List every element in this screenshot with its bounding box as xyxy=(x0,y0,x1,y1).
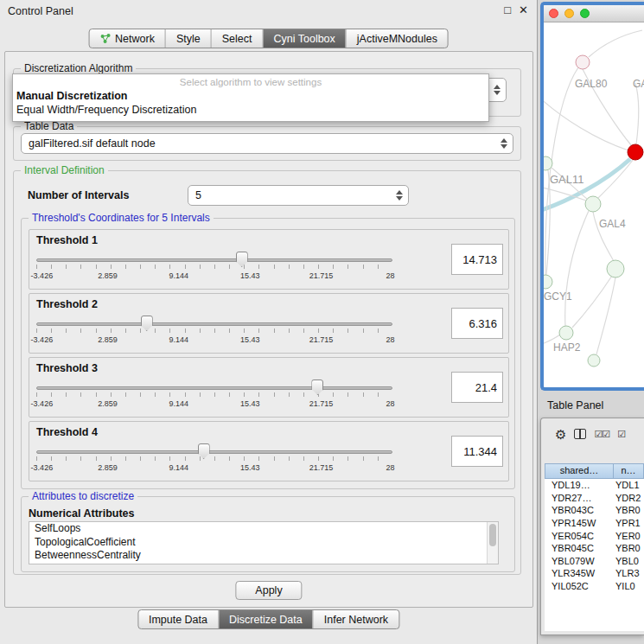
control-panel-window: Control Panel □ ✕ Network Style Select C… xyxy=(0,0,538,644)
apply-button[interactable]: Apply xyxy=(235,581,302,600)
tab-jactivemodules[interactable]: jActiveMNodules xyxy=(347,29,448,48)
cell-shared-name[interactable]: YDR27… xyxy=(545,493,614,503)
list-item-selfloops[interactable]: SelfLoops xyxy=(29,522,498,536)
scale-label: 28 xyxy=(386,463,394,472)
table-row[interactable]: YBR045CYBR0 xyxy=(545,542,644,555)
network-node[interactable] xyxy=(559,326,573,340)
interval-definition-group-title: Interval Definition xyxy=(21,164,108,176)
threshold-3-value-field[interactable] xyxy=(451,372,503,403)
cell-name[interactable]: YBR0 xyxy=(614,543,644,553)
table-row[interactable]: YIL052CYIL0 xyxy=(545,580,644,593)
threshold-2-slider[interactable]: -3.426 2.859 9.144 15.43 21.715 28 xyxy=(36,315,392,349)
tab-network[interactable]: Network xyxy=(89,29,166,48)
close-traffic-light[interactable] xyxy=(549,9,558,18)
dropdown-option-equal-width-frequency[interactable]: Equal Width/Frequency Discretization xyxy=(13,103,488,117)
scale-label: -3.426 xyxy=(31,335,54,344)
combo-stepper-icon[interactable] xyxy=(494,85,501,95)
table-row[interactable]: YDR27…YDR2 xyxy=(545,492,644,505)
cell-shared-name[interactable]: YDL19… xyxy=(545,480,614,490)
cell-shared-name[interactable]: YLR345W xyxy=(545,568,614,578)
float-window-icon[interactable]: □ xyxy=(504,3,511,16)
table-panel-window: ⚙ ☑☑ ☑ shared… n… YDL19…YDL1 YDR27…YDR2 … xyxy=(540,418,644,635)
cell-name[interactable]: YER0 xyxy=(614,531,644,541)
table-row[interactable]: YDL19…YDL1 xyxy=(545,479,644,492)
slider-track[interactable] xyxy=(36,322,392,326)
algorithm-dropdown-popup: Select algorithm to view settings Manual… xyxy=(12,73,489,122)
combo-stepper-icon[interactable] xyxy=(396,190,403,201)
settings-gear-icon[interactable]: ⚙ xyxy=(555,428,566,441)
cell-name[interactable]: YDL1 xyxy=(614,480,644,490)
minimize-traffic-light[interactable] xyxy=(564,9,574,18)
table-panel-toolbar: ⚙ ☑☑ ☑ xyxy=(541,424,644,444)
threshold-1-slider[interactable]: -3.426 2.859 9.144 15.43 21.715 28 xyxy=(36,251,392,285)
tab-impute-data[interactable]: Impute Data xyxy=(138,610,219,628)
cell-shared-name[interactable]: YPR145W xyxy=(545,518,614,528)
list-item-betweennesscentrality[interactable]: BetweennessCentrality xyxy=(29,549,498,563)
cell-shared-name[interactable]: YIL052C xyxy=(545,581,614,591)
select-column-icon[interactable]: ☑ xyxy=(617,429,625,440)
cell-name[interactable]: YIL0 xyxy=(614,581,644,591)
tab-discretize-data[interactable]: Discretize Data xyxy=(219,610,314,628)
slider-track[interactable] xyxy=(36,386,392,390)
tab-select-label: Select xyxy=(222,33,252,45)
tab-style[interactable]: Style xyxy=(166,29,212,48)
cell-shared-name[interactable]: YBR045C xyxy=(545,543,614,553)
tab-select[interactable]: Select xyxy=(212,29,264,48)
tab-network-label: Network xyxy=(115,33,155,45)
table-row[interactable]: YER054CYER0 xyxy=(545,529,644,542)
cell-name[interactable]: YPR1 xyxy=(614,518,644,528)
dropdown-option-manual-discretization[interactable]: Manual Discretization xyxy=(13,89,488,103)
threshold-1-value-field[interactable] xyxy=(451,244,503,275)
threshold-4-slider[interactable]: -3.426 2.859 9.144 15.43 21.715 28 xyxy=(36,443,392,477)
slider-ticks xyxy=(36,328,392,333)
network-canvas[interactable]: GAL80 GA GAL11 GAL4 GCY1 HAP2 xyxy=(544,22,644,386)
network-node[interactable] xyxy=(576,55,590,69)
table-data-value: galFiltered.sif default node xyxy=(22,134,513,153)
control-panel-tabstrip: Network Style Select Cyni Toolbox jActiv… xyxy=(88,29,449,48)
threshold-3-slider[interactable]: -3.426 2.859 9.144 15.43 21.715 28 xyxy=(36,379,392,413)
cell-name[interactable]: YDR2 xyxy=(614,493,644,503)
cell-name[interactable]: YBR0 xyxy=(614,505,644,515)
scale-label: 2.859 xyxy=(98,399,118,408)
network-node[interactable] xyxy=(607,260,624,277)
table-data-combobox[interactable]: galFiltered.sif default node xyxy=(21,133,513,154)
cell-name[interactable]: YLR3 xyxy=(614,568,644,578)
threshold-4-box: Threshold 4 -3.426 2.859 9.144 15.43 21.… xyxy=(29,421,509,481)
cell-shared-name[interactable]: YBL079W xyxy=(545,556,614,566)
column-header-shared-name[interactable]: shared… xyxy=(545,463,614,479)
threshold-2-value-field[interactable] xyxy=(451,308,503,339)
close-icon[interactable]: ✕ xyxy=(519,3,528,16)
list-scrollbar[interactable] xyxy=(487,522,498,564)
network-node-selected[interactable] xyxy=(628,144,643,160)
cell-shared-name[interactable]: YER054C xyxy=(545,531,614,541)
threshold-3-box: Threshold 3 -3.426 2.859 9.144 15.43 21.… xyxy=(29,357,509,418)
network-node[interactable] xyxy=(588,354,600,367)
network-node[interactable] xyxy=(544,275,552,289)
table-row[interactable]: YBR043CYBR0 xyxy=(545,504,644,517)
number-of-intervals-combobox[interactable]: 5 xyxy=(188,185,409,206)
slider-ticks xyxy=(36,392,392,397)
network-window-titlebar[interactable] xyxy=(544,5,644,22)
tab-impute-data-label: Impute Data xyxy=(149,614,207,626)
scale-label: 15.43 xyxy=(240,271,260,280)
columns-icon[interactable] xyxy=(574,429,586,439)
zoom-traffic-light[interactable] xyxy=(580,9,590,18)
cell-name[interactable]: YBL0 xyxy=(614,556,644,566)
slider-ticks xyxy=(36,456,392,461)
list-item-topologicalcoefficient[interactable]: TopologicalCoefficient xyxy=(29,536,498,550)
scale-label: 15.43 xyxy=(240,335,260,344)
slider-track[interactable] xyxy=(36,450,392,454)
slider-track[interactable] xyxy=(36,258,392,262)
combo-stepper-icon[interactable] xyxy=(501,138,507,149)
column-header-name[interactable]: n… xyxy=(614,463,644,479)
network-node[interactable] xyxy=(585,196,601,212)
threshold-4-value-field[interactable] xyxy=(451,436,503,467)
select-all-columns-icon[interactable]: ☑☑ xyxy=(594,429,609,440)
tab-cyni-toolbox[interactable]: Cyni Toolbox xyxy=(263,29,346,48)
table-row[interactable]: YLR345WYLR3 xyxy=(545,567,644,580)
table-row[interactable]: YBL079WYBL0 xyxy=(545,555,644,568)
table-row[interactable]: YPR145WYPR1 xyxy=(545,517,644,530)
tab-infer-network[interactable]: Infer Network xyxy=(314,610,399,628)
cell-shared-name[interactable]: YBR043C xyxy=(545,505,614,515)
scrollbar-thumb[interactable] xyxy=(489,524,496,546)
